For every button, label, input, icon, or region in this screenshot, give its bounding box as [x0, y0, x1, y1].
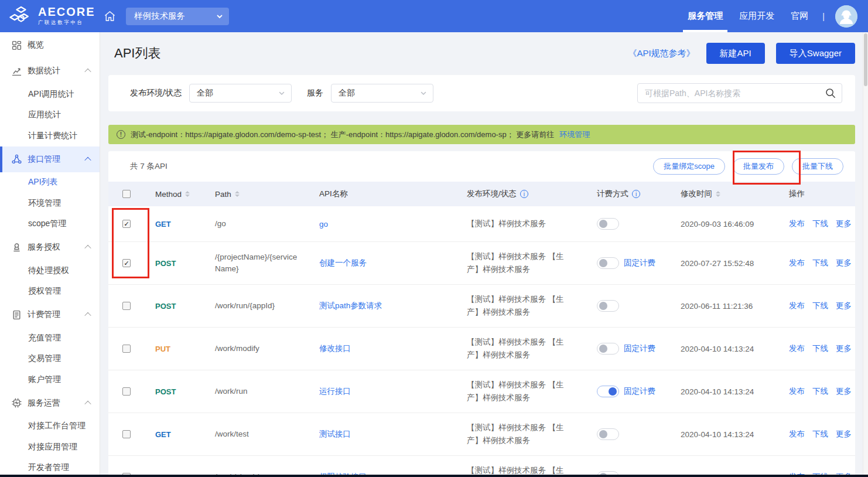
- offline-link[interactable]: 下线: [812, 258, 828, 268]
- publish-link[interactable]: 发布: [789, 343, 805, 354]
- service-filter-select[interactable]: 全部: [331, 84, 433, 103]
- billing-type-link[interactable]: 固定计费: [624, 343, 655, 354]
- sort-icon[interactable]: [235, 191, 240, 197]
- main-content: API列表 《API规范参考》 新建API 导入Swagger 发布环境/状态 …: [100, 32, 868, 477]
- sidebar-item-service-auth[interactable]: 服务授权: [0, 234, 100, 260]
- nav-official-site[interactable]: 官网: [788, 0, 811, 32]
- api-name-link[interactable]: 创建一个服务: [319, 258, 367, 268]
- batch-bind-scope-button[interactable]: 批量绑定scope: [653, 158, 725, 175]
- sidebar-item-scope-management[interactable]: scope管理: [0, 214, 100, 235]
- import-swagger-button[interactable]: 导入Swagger: [776, 43, 855, 64]
- api-name-link[interactable]: 修改接口: [319, 343, 351, 354]
- method-badge: POST: [155, 302, 176, 311]
- billing-toggle[interactable]: [597, 386, 619, 397]
- billing-toggle[interactable]: [597, 300, 619, 312]
- modified-time: 2020-04-10 14:13:24: [681, 387, 754, 396]
- more-link[interactable]: 更多: [836, 219, 852, 229]
- info-icon[interactable]: i: [520, 190, 528, 198]
- sidebar-item-data-stats[interactable]: 数据统计: [0, 58, 100, 84]
- row-checkbox[interactable]: [122, 430, 131, 438]
- billing-type-link[interactable]: 固定计费: [624, 386, 655, 397]
- sidebar-item-metering-billing-stats[interactable]: 计量计费统计: [0, 125, 100, 146]
- more-link[interactable]: 更多: [836, 258, 852, 268]
- publish-link[interactable]: 发布: [789, 386, 805, 397]
- batch-offline-button[interactable]: 批量下线: [792, 158, 843, 175]
- stats-icon: [12, 66, 22, 76]
- user-avatar[interactable]: [835, 5, 857, 28]
- sort-icon[interactable]: [716, 191, 720, 197]
- billing-toggle[interactable]: [597, 428, 619, 440]
- sidebar-group-label: 服务授权: [28, 242, 60, 253]
- api-name-link[interactable]: go: [319, 220, 328, 229]
- row-checkbox[interactable]: [122, 387, 131, 396]
- env-filter-label: 发布环境/状态: [130, 88, 182, 98]
- offline-link[interactable]: 下线: [812, 343, 828, 354]
- env-filter-select[interactable]: 全部: [189, 84, 292, 103]
- offline-link[interactable]: 下线: [812, 219, 828, 229]
- api-path: /go: [215, 218, 233, 230]
- nav-service-management[interactable]: 服务管理: [685, 0, 725, 32]
- more-link[interactable]: 更多: [836, 429, 852, 439]
- sidebar-item-auth-management[interactable]: 授权管理: [0, 281, 100, 302]
- sidebar-item-recharge-management[interactable]: 充值管理: [0, 328, 100, 349]
- sidebar-item-connected-app-management[interactable]: 对接应用管理: [0, 437, 100, 458]
- sort-icon[interactable]: [185, 191, 190, 197]
- publish-link[interactable]: 发布: [789, 429, 805, 439]
- offline-link[interactable]: 下线: [812, 386, 828, 397]
- offline-link[interactable]: 下线: [812, 301, 828, 311]
- publish-link[interactable]: 发布: [789, 258, 805, 268]
- billing-type-link[interactable]: 固定计费: [624, 258, 655, 268]
- sidebar-item-app-stats[interactable]: 应用统计: [0, 105, 100, 126]
- more-link[interactable]: 更多: [836, 301, 852, 311]
- billing-toggle[interactable]: [597, 257, 619, 269]
- sidebar-sub-label: 账户管理: [28, 374, 61, 385]
- sidebar-item-billing-management[interactable]: 计费管理: [0, 302, 100, 328]
- home-icon[interactable]: [103, 9, 117, 23]
- create-api-button[interactable]: 新建API: [706, 43, 765, 64]
- sidebar-item-api-list[interactable]: API列表: [0, 172, 100, 193]
- search-input[interactable]: [637, 83, 842, 103]
- offline-link[interactable]: 下线: [812, 429, 828, 439]
- info-icon[interactable]: i: [632, 190, 640, 198]
- column-header-label: 修改时间: [681, 189, 712, 199]
- search-icon[interactable]: [825, 87, 836, 99]
- sidebar-item-transaction-management[interactable]: 交易管理: [0, 349, 100, 370]
- sidebar-item-workbench-management[interactable]: 对接工作台管理: [0, 416, 100, 437]
- row-checkbox[interactable]: ✓: [122, 259, 131, 267]
- nav-app-development[interactable]: 应用开发: [737, 0, 777, 32]
- billing-icon: [12, 310, 22, 320]
- api-name-link[interactable]: 测试接口: [319, 429, 351, 439]
- modified-time: 2020-09-03 16:46:09: [681, 220, 754, 229]
- billing-toggle[interactable]: [597, 343, 619, 355]
- sidebar-item-service-operations[interactable]: 服务运营: [0, 390, 100, 416]
- sidebar-item-overview[interactable]: 概览: [0, 32, 100, 58]
- sidebar-item-api-call-stats[interactable]: API调用统计: [0, 84, 100, 105]
- publish-link[interactable]: 发布: [789, 219, 805, 229]
- publish-link[interactable]: 发布: [789, 301, 805, 311]
- api-path: /work/test: [215, 428, 256, 440]
- batch-publish-button[interactable]: 批量发布: [733, 158, 784, 175]
- sidebar-item-api-management[interactable]: 接口管理: [0, 146, 100, 172]
- row-checkbox[interactable]: [122, 345, 131, 353]
- sidebar-item-pending-auth[interactable]: 待处理授权: [0, 260, 100, 281]
- api-name-link[interactable]: 测试path参数请求: [319, 301, 382, 311]
- api-spec-reference-link[interactable]: 《API规范参考》: [628, 48, 695, 59]
- sidebar-item-account-management[interactable]: 账户管理: [0, 369, 100, 390]
- service-filter-label: 服务: [307, 88, 323, 98]
- sidebar-item-developer-management[interactable]: 开发者管理: [0, 458, 100, 477]
- row-checkbox[interactable]: [122, 302, 131, 310]
- more-link[interactable]: 更多: [836, 386, 852, 397]
- billing-toggle[interactable]: [597, 218, 619, 230]
- page-title: API列表: [114, 45, 160, 62]
- scrollbar-thumb[interactable]: [864, 33, 867, 86]
- row-checkbox[interactable]: ✓: [122, 220, 131, 228]
- select-all-checkbox[interactable]: [122, 190, 131, 198]
- column-header: Method: [145, 190, 204, 199]
- chevron-up-icon: [84, 312, 91, 319]
- env-management-link[interactable]: 环境管理: [559, 130, 590, 140]
- column-header-label: 发布环境/状态: [467, 189, 517, 199]
- more-link[interactable]: 更多: [836, 343, 852, 354]
- api-name-link[interactable]: 运行接口: [319, 386, 351, 397]
- service-selector[interactable]: 样例技术服务: [126, 8, 229, 25]
- sidebar-item-env-management[interactable]: 环境管理: [0, 193, 100, 214]
